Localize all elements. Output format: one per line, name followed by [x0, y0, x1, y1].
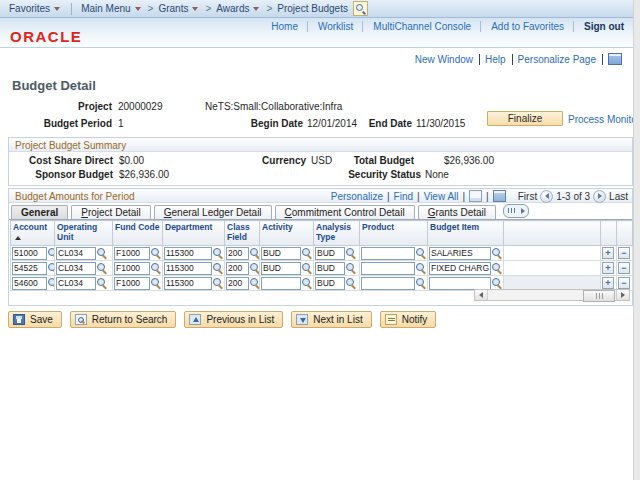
lookup-icon[interactable] — [150, 277, 161, 289]
tab-general-ledger-detail[interactable]: General Ledger Detail — [154, 205, 272, 219]
lookup-icon[interactable] — [47, 247, 55, 259]
next-in-list-button[interactable]: Next in List — [291, 311, 371, 328]
delete-row-button[interactable]: − — [618, 247, 630, 259]
account-input[interactable] — [12, 277, 47, 290]
add-row-button[interactable]: + — [602, 262, 614, 274]
notify-button[interactable]: Notify — [380, 311, 437, 328]
class-field-input[interactable] — [226, 262, 249, 275]
operating-unit-input[interactable] — [56, 277, 96, 290]
tab-general[interactable]: General — [11, 205, 68, 219]
scrollbar-track[interactable] — [488, 290, 616, 300]
favorites-menu[interactable]: Favorites — [9, 3, 62, 14]
lookup-icon[interactable] — [491, 277, 502, 289]
multichannel-console-link[interactable]: MultiChannel Console — [362, 21, 471, 32]
view-all-link[interactable]: View All — [424, 191, 459, 202]
scroll-left-icon[interactable] — [475, 290, 488, 300]
scroll-right-icon[interactable] — [616, 290, 629, 300]
pager-last-label[interactable]: Last — [609, 191, 628, 202]
add-to-favorites-link[interactable]: Add to Favorites — [480, 21, 564, 32]
zoom-grid-icon[interactable] — [469, 190, 482, 202]
column-budget-item[interactable]: Budget Item — [428, 221, 504, 246]
delete-row-button[interactable]: − — [618, 262, 630, 274]
account-input[interactable] — [12, 247, 47, 260]
personalize-page-link[interactable]: Personalize Page — [518, 54, 603, 65]
lookup-icon[interactable] — [345, 277, 356, 289]
lookup-icon[interactable] — [47, 277, 55, 289]
column-account[interactable]: Account — [11, 221, 55, 246]
tab-commitment-control-detail[interactable]: Commitment Control Detail — [275, 205, 415, 219]
home-link[interactable]: Home — [271, 21, 298, 32]
tab-grants-detail[interactable]: Grants Detail — [418, 205, 496, 219]
save-button[interactable]: Save — [8, 311, 62, 328]
activity-input[interactable] — [261, 277, 301, 290]
lookup-icon[interactable] — [345, 262, 356, 274]
lookup-icon[interactable] — [491, 247, 502, 259]
lookup-icon[interactable] — [301, 247, 312, 259]
lookup-icon[interactable] — [212, 277, 223, 289]
product-input[interactable] — [361, 262, 415, 275]
lookup-icon[interactable] — [150, 262, 161, 274]
lookup-icon[interactable] — [96, 277, 107, 289]
lookup-icon[interactable] — [491, 262, 502, 274]
help-link[interactable]: Help — [485, 54, 513, 65]
finalize-button[interactable]: Finalize — [487, 111, 563, 126]
analysis-type-input[interactable] — [315, 262, 345, 275]
lookup-icon[interactable] — [96, 247, 107, 259]
lookup-icon[interactable] — [150, 247, 161, 259]
column-analysis-type[interactable]: Analysis Type — [314, 221, 360, 246]
activity-input[interactable] — [261, 262, 301, 275]
horizontal-scrollbar[interactable] — [474, 289, 630, 301]
lookup-icon[interactable] — [415, 277, 426, 289]
next-rows-icon[interactable] — [593, 190, 606, 203]
return-to-search-button[interactable]: Return to Search — [70, 311, 177, 328]
lookup-icon[interactable] — [249, 262, 260, 274]
pager-first-label[interactable]: First — [518, 191, 537, 202]
lookup-icon[interactable] — [345, 247, 356, 259]
class-field-input[interactable] — [226, 277, 249, 290]
download-to-excel-icon[interactable] — [493, 190, 506, 202]
department-input[interactable] — [164, 262, 212, 275]
new-window-link[interactable]: New Window — [415, 54, 480, 65]
lookup-icon[interactable] — [47, 262, 55, 274]
analysis-type-input[interactable] — [315, 277, 345, 290]
copy-url-icon[interactable] — [608, 53, 622, 65]
fund-code-input[interactable] — [114, 262, 150, 275]
main-menu[interactable]: Main Menu — [81, 3, 142, 14]
column-product[interactable]: Product — [360, 221, 428, 246]
lookup-icon[interactable] — [212, 262, 223, 274]
account-input[interactable] — [12, 262, 47, 275]
breadcrumb-search-icon[interactable] — [353, 1, 368, 16]
breadcrumb-grants[interactable]: Grants — [158, 3, 200, 14]
sign-out-link[interactable]: Sign out — [573, 21, 624, 32]
add-row-button[interactable]: + — [602, 247, 614, 259]
worklist-link[interactable]: Worklist — [307, 21, 353, 32]
department-input[interactable] — [164, 277, 212, 290]
add-row-button[interactable]: + — [602, 277, 614, 289]
vertical-scrollbar[interactable] — [633, 0, 640, 480]
lookup-icon[interactable] — [415, 247, 426, 259]
lookup-icon[interactable] — [96, 262, 107, 274]
breadcrumb-project-budgets[interactable]: Project Budgets — [277, 3, 348, 14]
previous-rows-icon[interactable] — [540, 190, 553, 203]
column-operating-unit[interactable]: Operating Unit — [55, 221, 113, 246]
lookup-icon[interactable] — [249, 247, 260, 259]
activity-input[interactable] — [261, 247, 301, 260]
budget-item-input[interactable] — [429, 247, 491, 260]
lookup-icon[interactable] — [301, 262, 312, 274]
personalize-link[interactable]: Personalize — [331, 191, 383, 202]
department-input[interactable] — [164, 247, 212, 260]
lookup-icon[interactable] — [415, 262, 426, 274]
fund-code-input[interactable] — [114, 247, 150, 260]
class-field-input[interactable] — [226, 247, 249, 260]
column-class-field[interactable]: Class Field — [225, 221, 260, 246]
operating-unit-input[interactable] — [56, 262, 96, 275]
find-link[interactable]: Find — [394, 191, 413, 202]
lookup-icon[interactable] — [212, 247, 223, 259]
lookup-icon[interactable] — [249, 277, 260, 289]
lookup-icon[interactable] — [301, 277, 312, 289]
process-monitor-link[interactable]: Process Monitor — [568, 114, 640, 125]
column-department[interactable]: Department — [163, 221, 225, 246]
budget-item-input[interactable] — [429, 277, 491, 290]
product-input[interactable] — [361, 247, 415, 260]
budget-item-input[interactable] — [429, 262, 491, 275]
